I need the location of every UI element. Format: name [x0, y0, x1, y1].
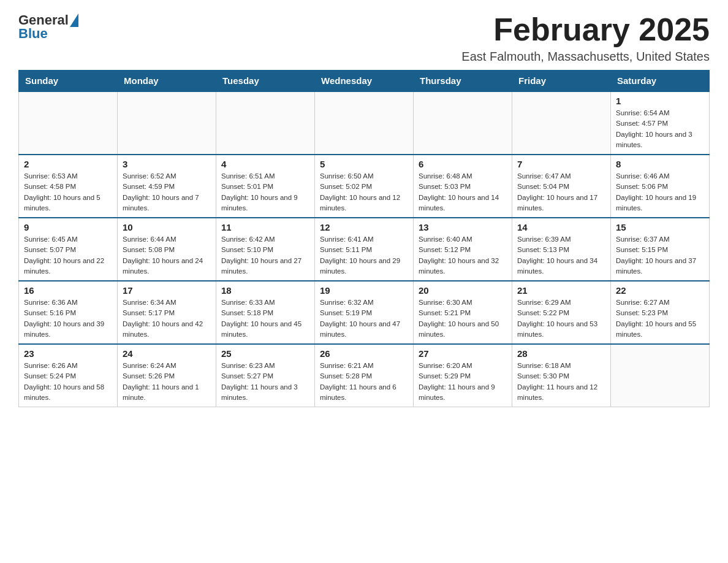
day-number: 2 — [24, 159, 112, 169]
day-number: 1 — [616, 96, 704, 106]
calendar-cell: 3Sunrise: 6:52 AMSunset: 4:59 PMDaylight… — [118, 155, 216, 218]
day-info: Sunrise: 6:53 AMSunset: 4:58 PMDaylight:… — [24, 171, 112, 213]
day-info: Sunrise: 6:42 AMSunset: 5:10 PMDaylight:… — [221, 234, 309, 277]
weekday-header-saturday: Saturday — [611, 71, 710, 92]
day-number: 23 — [24, 348, 112, 359]
calendar-cell: 26Sunrise: 6:21 AMSunset: 5:28 PMDayligh… — [315, 344, 414, 407]
day-number: 13 — [419, 222, 507, 232]
day-info: Sunrise: 6:45 AMSunset: 5:07 PMDaylight:… — [24, 234, 112, 277]
day-number: 20 — [419, 285, 507, 296]
calendar-week-row: 23Sunrise: 6:26 AMSunset: 5:24 PMDayligh… — [19, 344, 710, 407]
day-info: Sunrise: 6:34 AMSunset: 5:17 PMDaylight:… — [123, 297, 211, 340]
calendar-cell: 2Sunrise: 6:53 AMSunset: 4:58 PMDaylight… — [19, 155, 118, 218]
day-info: Sunrise: 6:54 AMSunset: 4:57 PMDaylight:… — [616, 108, 704, 150]
title-block: February 2025 East Falmouth, Massachuset… — [461, 12, 710, 64]
weekday-header-friday: Friday — [512, 71, 611, 92]
calendar-cell: 28Sunrise: 6:18 AMSunset: 5:30 PMDayligh… — [512, 344, 611, 407]
logo: General Blue — [18, 12, 78, 42]
day-number: 15 — [616, 222, 704, 232]
calendar-cell — [118, 91, 216, 155]
calendar-cell: 22Sunrise: 6:27 AMSunset: 5:23 PMDayligh… — [611, 281, 710, 344]
day-number: 21 — [517, 285, 605, 296]
calendar-cell: 1Sunrise: 6:54 AMSunset: 4:57 PMDaylight… — [611, 91, 710, 155]
day-number: 28 — [517, 348, 605, 359]
calendar-week-row: 9Sunrise: 6:45 AMSunset: 5:07 PMDaylight… — [19, 218, 710, 281]
calendar-cell: 19Sunrise: 6:32 AMSunset: 5:19 PMDayligh… — [315, 281, 414, 344]
calendar-table: SundayMondayTuesdayWednesdayThursdayFrid… — [18, 70, 710, 407]
calendar-cell: 10Sunrise: 6:44 AMSunset: 5:08 PMDayligh… — [118, 218, 216, 281]
day-info: Sunrise: 6:52 AMSunset: 4:59 PMDaylight:… — [123, 171, 211, 213]
day-number: 7 — [517, 159, 605, 169]
day-info: Sunrise: 6:27 AMSunset: 5:23 PMDaylight:… — [616, 297, 704, 340]
calendar-cell — [512, 91, 611, 155]
calendar-cell: 20Sunrise: 6:30 AMSunset: 5:21 PMDayligh… — [414, 281, 512, 344]
day-info: Sunrise: 6:33 AMSunset: 5:18 PMDaylight:… — [221, 297, 309, 340]
logo-blue-text: Blue — [18, 26, 78, 42]
day-info: Sunrise: 6:46 AMSunset: 5:06 PMDaylight:… — [616, 171, 704, 213]
day-info: Sunrise: 6:44 AMSunset: 5:08 PMDaylight:… — [123, 234, 211, 277]
day-info: Sunrise: 6:36 AMSunset: 5:16 PMDaylight:… — [24, 297, 112, 340]
day-info: Sunrise: 6:18 AMSunset: 5:30 PMDaylight:… — [517, 361, 605, 403]
calendar-cell: 24Sunrise: 6:24 AMSunset: 5:26 PMDayligh… — [118, 344, 216, 407]
calendar-cell: 15Sunrise: 6:37 AMSunset: 5:15 PMDayligh… — [611, 218, 710, 281]
day-info: Sunrise: 6:20 AMSunset: 5:29 PMDaylight:… — [419, 361, 507, 403]
calendar-week-row: 16Sunrise: 6:36 AMSunset: 5:16 PMDayligh… — [19, 281, 710, 344]
calendar-week-row: 1Sunrise: 6:54 AMSunset: 4:57 PMDaylight… — [19, 91, 710, 155]
day-info: Sunrise: 6:30 AMSunset: 5:21 PMDaylight:… — [419, 297, 507, 340]
weekday-header-sunday: Sunday — [19, 71, 118, 92]
calendar-week-row: 2Sunrise: 6:53 AMSunset: 4:58 PMDaylight… — [19, 155, 710, 218]
day-info: Sunrise: 6:37 AMSunset: 5:15 PMDaylight:… — [616, 234, 704, 277]
calendar-cell — [315, 91, 414, 155]
calendar-cell: 7Sunrise: 6:47 AMSunset: 5:04 PMDaylight… — [512, 155, 611, 218]
calendar-cell: 27Sunrise: 6:20 AMSunset: 5:29 PMDayligh… — [414, 344, 512, 407]
calendar-cell: 23Sunrise: 6:26 AMSunset: 5:24 PMDayligh… — [19, 344, 118, 407]
day-number: 11 — [221, 222, 309, 232]
calendar-cell: 11Sunrise: 6:42 AMSunset: 5:10 PMDayligh… — [216, 218, 315, 281]
day-number: 6 — [419, 159, 507, 169]
day-number: 14 — [517, 222, 605, 232]
calendar-cell: 25Sunrise: 6:23 AMSunset: 5:27 PMDayligh… — [216, 344, 315, 407]
day-number: 16 — [24, 285, 112, 296]
logo-triangle-icon — [70, 13, 78, 27]
day-info: Sunrise: 6:21 AMSunset: 5:28 PMDaylight:… — [320, 361, 408, 403]
day-number: 5 — [320, 159, 408, 169]
day-info: Sunrise: 6:24 AMSunset: 5:26 PMDaylight:… — [123, 361, 211, 403]
day-info: Sunrise: 6:29 AMSunset: 5:22 PMDaylight:… — [517, 297, 605, 340]
day-number: 17 — [123, 285, 211, 296]
day-info: Sunrise: 6:32 AMSunset: 5:19 PMDaylight:… — [320, 297, 408, 340]
calendar-cell — [414, 91, 512, 155]
day-number: 9 — [24, 222, 112, 232]
weekday-header-tuesday: Tuesday — [216, 71, 315, 92]
day-number: 24 — [123, 348, 211, 359]
weekday-header-monday: Monday — [118, 71, 216, 92]
weekday-header-thursday: Thursday — [414, 71, 512, 92]
day-number: 22 — [616, 285, 704, 296]
day-info: Sunrise: 6:40 AMSunset: 5:12 PMDaylight:… — [419, 234, 507, 277]
calendar-cell — [19, 91, 118, 155]
day-number: 3 — [123, 159, 211, 169]
day-info: Sunrise: 6:26 AMSunset: 5:24 PMDaylight:… — [24, 361, 112, 403]
calendar-cell: 21Sunrise: 6:29 AMSunset: 5:22 PMDayligh… — [512, 281, 611, 344]
calendar-cell — [611, 344, 710, 407]
location-title: East Falmouth, Massachusetts, United Sta… — [461, 50, 710, 64]
day-number: 4 — [221, 159, 309, 169]
day-number: 27 — [419, 348, 507, 359]
page-header: General Blue February 2025 East Falmouth… — [18, 12, 710, 64]
calendar-cell: 12Sunrise: 6:41 AMSunset: 5:11 PMDayligh… — [315, 218, 414, 281]
day-number: 10 — [123, 222, 211, 232]
calendar-cell: 5Sunrise: 6:50 AMSunset: 5:02 PMDaylight… — [315, 155, 414, 218]
day-info: Sunrise: 6:39 AMSunset: 5:13 PMDaylight:… — [517, 234, 605, 277]
day-info: Sunrise: 6:23 AMSunset: 5:27 PMDaylight:… — [221, 361, 309, 403]
day-number: 26 — [320, 348, 408, 359]
day-info: Sunrise: 6:48 AMSunset: 5:03 PMDaylight:… — [419, 171, 507, 213]
day-number: 18 — [221, 285, 309, 296]
day-number: 12 — [320, 222, 408, 232]
month-title: February 2025 — [461, 12, 710, 47]
day-info: Sunrise: 6:51 AMSunset: 5:01 PMDaylight:… — [221, 171, 309, 213]
calendar-cell: 4Sunrise: 6:51 AMSunset: 5:01 PMDaylight… — [216, 155, 315, 218]
calendar-cell — [216, 91, 315, 155]
weekday-header-wednesday: Wednesday — [315, 71, 414, 92]
calendar-cell: 8Sunrise: 6:46 AMSunset: 5:06 PMDaylight… — [611, 155, 710, 218]
day-number: 25 — [221, 348, 309, 359]
day-number: 8 — [616, 159, 704, 169]
